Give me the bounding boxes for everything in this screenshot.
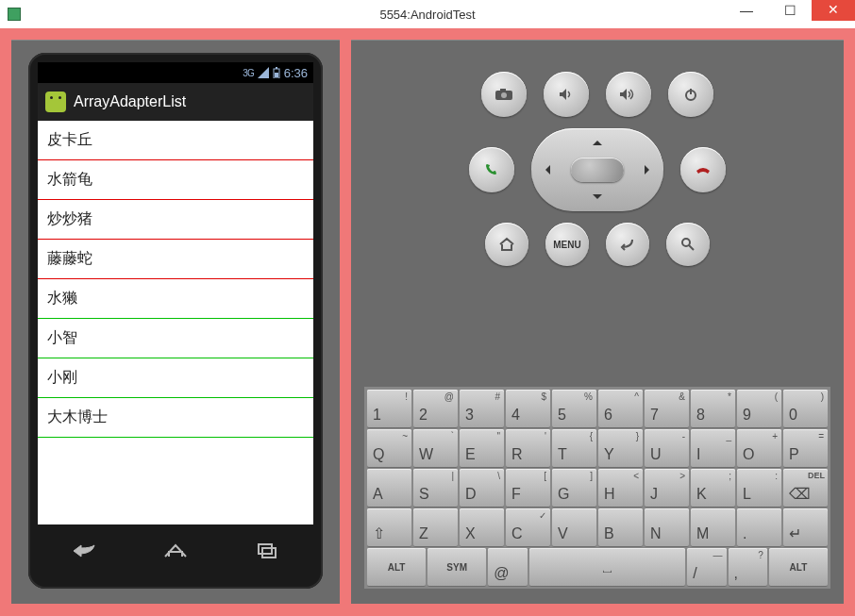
app-bar: ArrayAdapterList [38,83,313,121]
key[interactable]: . [737,508,781,546]
hardware-keyboard: 1!2@3#4$5%6^7&8*9(0)Q~W`E"R'T{Y}U-I_O+P=… [364,387,830,589]
key[interactable]: W` [413,429,458,467]
key-main: 5 [558,407,566,424]
home-button[interactable] [163,541,188,561]
key[interactable]: Z [413,508,458,546]
key[interactable]: SYM [428,548,486,586]
key-sup: * [728,391,731,402]
end-call-button[interactable] [680,147,726,192]
call-button[interactable] [469,147,514,192]
key[interactable]: 9( [737,390,781,427]
key[interactable]: 4$ [506,390,550,427]
hw-home-button[interactable] [485,223,528,266]
recent-apps-button[interactable] [255,541,279,561]
key[interactable]: O+ [737,429,781,467]
key[interactable]: U- [645,429,689,467]
key[interactable]: I_ [691,429,735,467]
key[interactable]: 6^ [598,390,643,427]
key[interactable]: 3# [460,390,504,427]
key[interactable]: ,? [729,548,767,586]
key-main: Q [373,446,384,463]
key[interactable]: D\ [460,469,504,507]
key[interactable]: 5% [552,390,596,427]
close-button[interactable]: ✕ [812,0,855,21]
list-view[interactable]: 皮卡丘水箭龟炒炒猪藤藤蛇水獭小智小刚大木博士 [38,121,313,524]
key[interactable]: J> [645,469,689,507]
key[interactable]: S| [413,469,458,507]
dpad-down[interactable] [593,194,602,204]
key[interactable]: 0) [783,390,828,427]
key[interactable]: V [552,508,596,546]
key[interactable]: @ [488,548,527,586]
key[interactable]: ↵ [783,508,828,546]
hw-back-button[interactable] [606,223,649,266]
list-item[interactable]: 大木博士 [38,398,313,438]
dpad-up[interactable] [593,136,602,145]
keyboard-row: AS|D\F[G]H<J>K;L:⌫DEL [367,469,828,507]
key[interactable]: /— [687,548,726,586]
menu-button-label: MENU [553,240,580,250]
key[interactable]: R' [506,429,550,467]
key[interactable]: ⇧ [367,508,411,546]
key-sup: ' [545,431,546,441]
minimize-button[interactable]: — [725,0,768,21]
camera-button[interactable] [481,72,527,117]
window-controls: — ☐ ✕ [725,0,855,28]
list-item[interactable]: 小刚 [38,358,313,398]
key[interactable]: X [460,508,504,546]
key-main: P [789,446,799,463]
list-item[interactable]: 水箭龟 [38,160,313,200]
key[interactable]: 1! [367,390,411,427]
back-button[interactable] [72,541,96,561]
phone-frame: 3G 6:36 ArrayAdapterList 皮卡丘水箭龟炒炒猪藤藤蛇水獭小… [28,53,323,589]
hardware-buttons: MENU [351,72,844,266]
key[interactable]: ALT [769,548,828,586]
key[interactable]: B [598,508,643,546]
svg-rect-6 [500,89,506,92]
key-main: N [650,525,662,542]
key[interactable]: E" [460,429,504,467]
key[interactable]: T{ [552,429,596,467]
key[interactable]: P= [783,429,828,467]
key-sup: { [590,431,593,441]
volume-up-button[interactable] [606,72,651,117]
dpad-right[interactable] [645,165,654,175]
key-sup: ? [758,550,763,560]
key[interactable]: ⌫DEL [783,469,828,507]
key[interactable]: Y} [598,429,643,467]
key[interactable]: 2@ [413,390,458,427]
key[interactable]: L: [737,469,781,507]
list-item[interactable]: 水獭 [38,279,313,319]
key-sup: " [496,431,500,441]
key[interactable]: M [691,508,735,546]
key[interactable]: 7& [645,390,689,427]
key-main: K [696,486,707,503]
key[interactable]: 8* [691,390,735,427]
list-item[interactable]: 藤藤蛇 [38,240,313,279]
key[interactable]: K; [691,469,735,507]
key[interactable]: G] [552,469,596,507]
list-item[interactable]: 皮卡丘 [38,121,313,160]
menu-button[interactable]: MENU [545,223,589,266]
key[interactable]: H< [598,469,643,507]
key-sup: # [495,391,500,402]
key[interactable]: C✓ [506,508,550,546]
key[interactable]: N [645,508,689,546]
search-button[interactable] [666,223,710,266]
nav-bar [38,524,313,570]
key[interactable]: F[ [506,469,550,507]
key-sup: ( [775,391,778,402]
volume-down-button[interactable] [544,72,589,117]
dpad-center[interactable] [571,158,624,182]
key[interactable]: Q~ [367,429,411,467]
key[interactable]: ALT [367,548,426,586]
key[interactable]: A [367,469,411,507]
list-item[interactable]: 小智 [38,319,313,358]
key[interactable]: ⎵ [529,548,686,586]
list-item[interactable]: 炒炒猪 [38,200,313,240]
maximize-button[interactable]: ☐ [768,0,812,21]
battery-icon [273,67,280,78]
svg-rect-1 [275,73,278,77]
dpad-left[interactable] [541,165,550,175]
power-button[interactable] [668,72,713,117]
